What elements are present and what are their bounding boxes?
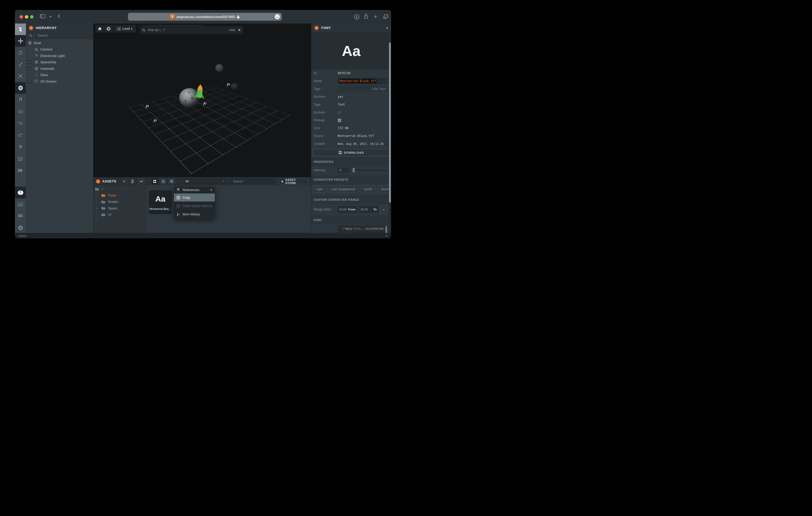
frame-selection-button[interactable] [15,70,26,82]
slider-handle[interactable] [353,168,355,172]
expand-icon[interactable]: + [28,80,31,83]
move-tool-button[interactable] [15,35,26,47]
view-large-grid-button[interactable] [152,179,158,184]
close-icon[interactable]: ✕ [238,28,241,32]
hierarchy-search-input[interactable] [38,34,77,37]
snap-tool-button[interactable] [15,94,26,105]
new-tab-icon[interactable]: + [374,13,377,20]
menu-item-copy[interactable]: Copy [174,193,215,202]
asset-type-filter[interactable]: All ▼ [183,179,227,184]
chevron-down-icon[interactable] [49,16,52,17]
inspector-scrollbar-track[interactable] [388,32,391,233]
close-window-button[interactable] [20,15,23,19]
intensity-input[interactable]: 0 [338,167,349,173]
publish-button[interactable] [15,164,26,176]
howdoi-search-input[interactable] [148,28,227,32]
view-small-grid-button[interactable] [160,179,166,184]
assets-search[interactable] [231,179,274,184]
playcanvas-logo[interactable] [15,24,26,35]
visibility-toggle-button[interactable] [15,105,26,117]
expand-icon[interactable]: + [28,60,31,64]
asset-tile-font[interactable]: Aa Montserrat-Blac... [149,190,172,214]
tree-item-spaceship[interactable]: + Spaceship [26,59,93,66]
characters-textarea[interactable]: !"#$%&'()*+,-./0123456789:;<=>? [338,225,387,233]
assets-collapse-icon[interactable]: ▼ [96,179,100,183]
add-asset-button[interactable]: + [121,179,127,184]
spaceship-model[interactable] [193,84,206,103]
tree-item-camera[interactable]: Camera [26,46,93,53]
folder-root[interactable]: / [93,186,146,192]
menu-item-paste[interactable]: Paste (keep folders) [174,202,215,210]
sidebar-toggle-icon[interactable] [40,14,45,18]
panel-collapse-arrow-icon[interactable]: ◀ [386,26,388,29]
intensity-slider[interactable] [353,168,387,172]
redo-button[interactable] [15,129,26,141]
back-icon[interactable] [58,14,60,18]
scene-settings-button[interactable] [104,25,113,33]
page-settings-button[interactable]: … [275,14,280,19]
expand-icon[interactable]: + [28,67,31,70]
folder-ui[interactable]: UI [93,211,146,218]
range-to-input[interactable]: 0x7E To [359,206,379,213]
view-list-button[interactable] [169,179,175,184]
scene-picker-button[interactable]: Level 1 [114,25,136,33]
preload-checkbox[interactable]: ✓ [338,119,341,122]
howdoi-search[interactable]: Hide ✕ [140,26,243,34]
reimport-asset-button[interactable] [138,179,144,184]
viewport-3d[interactable]: Level 1 Hide ✕ Perspective [93,24,311,177]
assets-search-input[interactable] [233,180,272,183]
preset-latin[interactable]: Latin [313,186,326,193]
tree-item-asteroids[interactable]: + Asteroids [26,65,93,72]
settings-button[interactable] [15,222,26,234]
inspector-collapse-icon[interactable]: ▼ [314,26,319,30]
add-range-button[interactable]: + [380,206,387,213]
menu-item-references[interactable]: References ▶ [174,187,215,193]
exclude-checkbox[interactable] [338,111,341,114]
delete-asset-button[interactable] [129,179,136,184]
keyboard-shortcuts-button[interactable] [15,199,26,210]
help-button[interactable]: ? [15,187,26,199]
folder-space[interactable]: + Space [93,205,146,212]
tree-item-root[interactable]: Root [26,40,93,46]
undo-button[interactable] [15,117,26,129]
search-filter-caret-icon[interactable]: ▾ [33,34,34,37]
scale-tool-button[interactable] [15,59,26,70]
branch-history-icon [176,213,180,216]
feedback-button[interactable] [15,210,26,222]
rotate-tool-button[interactable] [15,47,26,59]
hierarchy-search[interactable]: ▾ [26,32,93,39]
world-space-toggle-button[interactable] [15,82,26,94]
textarea-scrollbar[interactable] [385,226,387,233]
preset-cyrillic[interactable]: Cyrillic [360,186,376,193]
inspector-scrollbar-thumb[interactable] [389,42,391,203]
tree-item-stars[interactable]: Stars [26,72,93,79]
asteroid-faint-model[interactable] [230,83,238,89]
folder-scripts[interactable]: Scripts [93,199,146,205]
tab-overview-icon[interactable] [383,14,388,19]
download-button[interactable]: DOWNLOAD [313,149,389,156]
preset-latin-supplement[interactable]: Latin Supplement [328,186,358,193]
hierarchy-header[interactable]: ▼ HIERARCHY [26,24,93,32]
hierarchy-collapse-icon[interactable]: ▼ [29,26,33,30]
menu-item-item-history[interactable]: Item History [174,210,215,218]
code-editor-button[interactable] [15,153,26,164]
home-button[interactable] [95,25,104,33]
tags-input[interactable]: Add Tags [338,86,387,92]
range-from-input[interactable]: 0x20 From [338,206,357,213]
section-custom-character-range: CUSTOM CHARACTER RANGE [311,195,391,204]
asteroid-far-model[interactable] [215,64,224,72]
tree-item-2d-screen[interactable]: + 2D Screen [26,78,93,85]
asset-store-button[interactable]: ★ ASSET STORE [278,179,309,184]
downloads-icon[interactable] [354,14,359,20]
folder-fonts[interactable]: Fonts [93,192,146,199]
bake-lighting-button[interactable] [15,141,26,153]
hide-label[interactable]: Hide [229,28,235,32]
name-input[interactable]: Montserrat-Black.ttf [338,78,387,84]
zoom-window-button[interactable] [30,15,33,19]
tree-item-directional-light[interactable]: Directional Light [26,53,93,59]
expand-icon[interactable]: + [95,207,99,210]
address-bar[interactable]: playcanvas.com/editor/scene/547900 … [128,13,282,21]
minimize-window-button[interactable] [25,15,28,19]
field-tags: Tags Add Tags [311,85,391,93]
share-icon[interactable] [364,13,368,19]
